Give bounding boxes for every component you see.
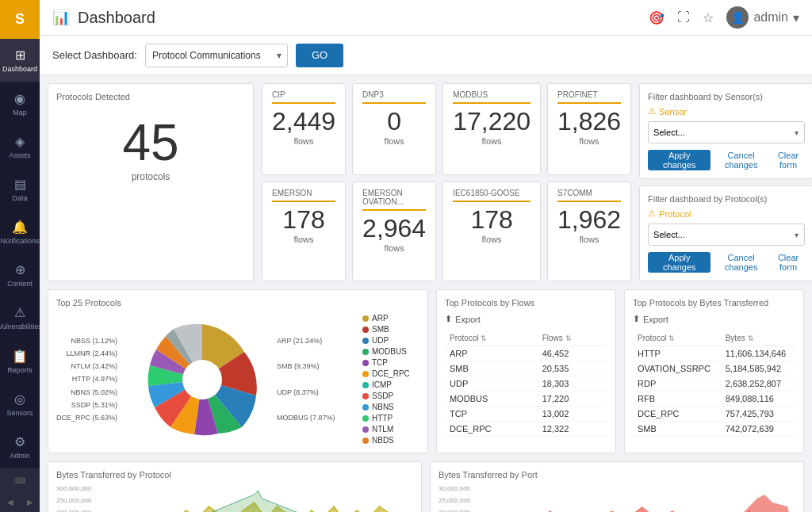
sidebar-item-dashboard[interactable]: ⊞ Dashboard (0, 39, 40, 82)
flows-export-button[interactable]: ⬆ Export (445, 314, 481, 324)
protocol-select-wrapper: Select... (648, 224, 805, 246)
legend-nbds: NBDS (362, 436, 410, 445)
sensor-apply-button[interactable]: Apply changes (648, 150, 710, 170)
sidebar-item-sensors[interactable]: ◎ Sensors (0, 383, 40, 426)
sidebar-item-vulnerabilities[interactable]: ⚠ Vulnerabilities (0, 296, 40, 339)
go-button[interactable]: GO (296, 44, 343, 67)
stat-card-cip: CIP 2,449 flows (262, 83, 346, 175)
sidebar-item-data-label: Data (12, 194, 27, 202)
user-info[interactable]: 👤 admin ▾ (726, 6, 799, 29)
flows-col-protocol[interactable]: Protocol ⇅ (445, 331, 538, 346)
user-chevron-icon: ▾ (793, 10, 799, 25)
bytes-value: 742,072,639 (721, 422, 795, 437)
pie-label-smb-right2: SMB (9.39%) (277, 360, 335, 373)
protocol-select[interactable]: Select... (648, 224, 805, 246)
bytes-protocol: SMB (633, 422, 721, 437)
protocols-detected-title: Protocols Detected (56, 92, 245, 101)
iec-name: IEC61850-GOOSE (453, 189, 530, 197)
pie-label-ssdp: SSDP (5.31%) (56, 399, 117, 411)
flows-table-row: ARP46,452 (445, 346, 607, 361)
bytes-col-bytes[interactable]: Bytes ⇅ (721, 331, 795, 346)
emerson-value: 178 (272, 205, 335, 235)
legend-http: HTTP (362, 414, 410, 422)
sidebar-item-dashboard-label: Dashboard (2, 65, 37, 73)
bytes-protocol-panel: Bytes Transferred by Protocol 300,000,00… (48, 461, 422, 512)
sidebar-item-reports[interactable]: 📋 Reports (0, 339, 40, 382)
bytes-protocol: HTTP (633, 346, 721, 361)
stat-card-emerson-ovation: EMERSON OVATION... 2,964 flows (352, 181, 436, 282)
fullscreen-icon[interactable]: ⛶ (677, 10, 690, 25)
dashboard-select[interactable]: Protocol Communications (145, 44, 288, 67)
flows-table-row: SMB20,535 (445, 361, 607, 376)
data-icon: ▤ (14, 177, 26, 192)
bytes-panel: Top Protocols by Bytes Transferred ⬆ Exp… (624, 289, 804, 453)
target-icon[interactable]: 🎯 (649, 10, 665, 25)
bytes-protocol: RFB (633, 392, 721, 407)
star-icon[interactable]: ☆ (703, 10, 714, 25)
protocols-label: protocols (56, 171, 245, 182)
protocol-apply-button[interactable]: Apply changes (648, 252, 710, 273)
filter-protocol-warning: ⚠ Protocol (648, 208, 805, 219)
sidebar-arrows: ◀ ▶ (0, 492, 40, 512)
protocol-cancel-button[interactable]: Cancel changes (715, 253, 767, 272)
avatar: 👤 (726, 6, 749, 29)
legend-icmp: ICMP (362, 380, 410, 389)
bytes-protocol-y-axis: 300,000,000 250,000,000 200,000,000 150,… (56, 483, 92, 512)
sidebar-item-data[interactable]: ▤ Data (0, 168, 40, 211)
flows-panel-title: Top Protocols by Flows (445, 298, 607, 308)
flows-col-flows[interactable]: Flows ⇅ (538, 331, 607, 346)
flow-protocol: ARP (445, 346, 538, 361)
arrow-left-icon[interactable]: ◀ (0, 492, 20, 512)
sidebar-item-content-label: Content (7, 280, 33, 288)
sensor-clear-button[interactable]: Clear form (772, 151, 805, 170)
stat-card-modbus: MODBUS 17,220 flows (442, 83, 541, 175)
sensor-cancel-button[interactable]: Cancel changes (715, 151, 767, 170)
arrow-right-icon[interactable]: ▶ (20, 492, 40, 512)
sidebar-item-content[interactable]: ⊕ Content (0, 254, 40, 296)
sensor-select[interactable]: Select... (648, 121, 805, 143)
flows-table-row: UDP18,303 (445, 376, 607, 392)
bytes-col-protocol[interactable]: Protocol ⇅ (633, 331, 721, 346)
filter-protocol-actions: Apply changes Cancel changes Clear form (648, 252, 805, 273)
stat-cards-grid: CIP 2,449 flows DNP3 0 flows MODBUS 17,2… (262, 83, 631, 281)
stat-card-emerson: EMERSON 178 flows (262, 181, 346, 282)
emerson-flows: flows (272, 235, 335, 244)
arp-dot (362, 315, 369, 322)
sidebar-bottom: ⌨ ◀ ▶ (0, 468, 40, 512)
svg-marker-3 (741, 495, 795, 512)
pie-label-modbus-right2: MODBUS (7.87%) (277, 411, 335, 424)
app-logo: S (0, 0, 40, 39)
sidebar-item-assets[interactable]: ◈ Assets (0, 125, 40, 168)
s7comm-flows: flows (557, 235, 621, 244)
nbds-dot (362, 437, 369, 444)
dnp3-name: DNP3 (362, 90, 426, 99)
protocol-clear-button[interactable]: Clear form (772, 253, 805, 272)
flow-value: 12,322 (538, 422, 607, 437)
legend-udp: UDP (362, 336, 410, 345)
udp-dot (362, 338, 369, 344)
bytes-export-button[interactable]: ⬆ Export (633, 314, 668, 324)
bytes-panel-title: Top Protocols by Bytes Transferred (633, 298, 795, 308)
flow-value: 20,535 (538, 361, 607, 376)
cip-value: 2,449 (272, 107, 335, 136)
top25-panel: Top 25 Protocols NBSS (1.12%) LLMNR (2.4… (48, 289, 428, 453)
header: 📊 Dashboard 🎯 ⛶ ☆ 👤 admin ▾ (40, 0, 812, 36)
tcp-dot (362, 360, 369, 366)
protocol-warning-label: Protocol (659, 209, 691, 219)
sidebar-item-notifications[interactable]: 🔔 Notifications (0, 211, 40, 254)
flows-export-label: Export (455, 315, 481, 324)
export-flows-icon: ⬆ (445, 314, 452, 324)
sidebar-item-admin[interactable]: ⚙ Admin (0, 426, 40, 468)
emerson-ovation-value: 2,964 (362, 214, 426, 243)
content-icon: ⊕ (15, 262, 25, 277)
protocols-count: 45 (56, 117, 245, 168)
stat-card-iec: IEC61850-GOOSE 178 flows (442, 181, 541, 282)
emerson-ovation-name: EMERSON OVATION... (362, 189, 426, 206)
export-bytes-icon: ⬆ (633, 314, 640, 324)
dashboard-icon: ⊞ (15, 48, 25, 63)
sidebar-item-map[interactable]: ◉ Map (0, 82, 40, 124)
page-title: Dashboard (78, 9, 155, 27)
flow-value: 46,452 (538, 346, 607, 361)
bytes-protocol: OVATION_SSRPC (633, 361, 721, 376)
flows-sort-icon: ⇅ (565, 334, 572, 342)
